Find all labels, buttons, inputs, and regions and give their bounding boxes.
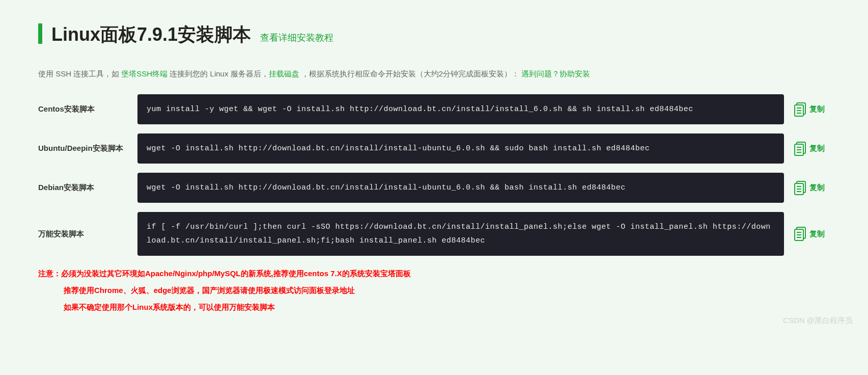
intro-text: 使用 SSH 连接工具，如 堡塔SSH终端 连接到您的 Linux 服务器后，挂… — [38, 68, 830, 80]
intro-text-1: 使用 SSH 连接工具，如 — [38, 69, 121, 78]
copy-icon — [794, 227, 806, 241]
copy-icon — [794, 181, 806, 195]
help-link[interactable]: 遇到问题？协助安装 — [521, 69, 590, 78]
note-line-1: 注意：必须为没装过其它环境如Apache/Nginx/php/MySQL的新系统… — [38, 265, 830, 282]
copy-button[interactable]: 复制 — [789, 94, 830, 124]
copy-button[interactable]: 复制 — [789, 133, 830, 164]
copy-button[interactable]: 复制 — [789, 212, 830, 256]
title-accent-bar — [38, 23, 42, 44]
code-box[interactable]: yum install -y wget && wget -O install.s… — [137, 94, 784, 124]
ssh-terminal-link[interactable]: 堡塔SSH终端 — [121, 69, 167, 78]
tutorial-link[interactable]: 查看详细安装教程 — [260, 32, 333, 44]
code-box[interactable]: if [ -f /usr/bin/curl ];then curl -sSO h… — [137, 212, 784, 256]
script-label: Ubuntu/Deepin安装脚本 — [38, 133, 137, 164]
code-box[interactable]: wget -O install.sh http://download.bt.cn… — [137, 133, 784, 164]
mount-disk-link[interactable]: 挂载磁盘 — [269, 69, 299, 78]
code-box[interactable]: wget -O install.sh http://download.bt.cn… — [137, 173, 784, 203]
script-row-centos: Centos安装脚本 yum install -y wget && wget -… — [38, 94, 830, 124]
copy-icon — [794, 142, 806, 156]
page-header: Linux面板7.9.1安装脚本 查看详细安装教程 — [38, 20, 830, 47]
script-label: 万能安装脚本 — [38, 212, 137, 256]
copy-label: 复制 — [809, 144, 825, 153]
script-row-debian: Debian安装脚本 wget -O install.sh http://dow… — [38, 173, 830, 203]
notes-section: 注意：必须为没装过其它环境如Apache/Nginx/php/MySQL的新系统… — [38, 265, 830, 315]
copy-label: 复制 — [809, 104, 825, 114]
copy-icon — [794, 102, 806, 117]
script-row-universal: 万能安装脚本 if [ -f /usr/bin/curl ];then curl… — [38, 212, 830, 256]
intro-text-2: 连接到您的 Linux 服务器后， — [167, 69, 268, 78]
intro-text-3: ，根据系统执行相应命令开始安装（大约2分钟完成面板安装）： — [299, 69, 520, 78]
script-label: Centos安装脚本 — [38, 94, 137, 124]
watermark: CSDN @黑白程序员 — [783, 316, 853, 326]
note-line-3: 如果不确定使用那个Linux系统版本的，可以使用万能安装脚本 — [38, 299, 830, 315]
note-line-2: 推荐使用Chrome、火狐、edge浏览器，国产浏览器请使用极速模式访问面板登录… — [38, 282, 830, 299]
copy-button[interactable]: 复制 — [789, 173, 830, 203]
copy-label: 复制 — [809, 183, 825, 193]
copy-label: 复制 — [809, 229, 825, 239]
page-title: Linux面板7.9.1安装脚本 — [51, 22, 251, 47]
script-row-ubuntu: Ubuntu/Deepin安装脚本 wget -O install.sh htt… — [38, 133, 830, 164]
script-label: Debian安装脚本 — [38, 173, 137, 203]
